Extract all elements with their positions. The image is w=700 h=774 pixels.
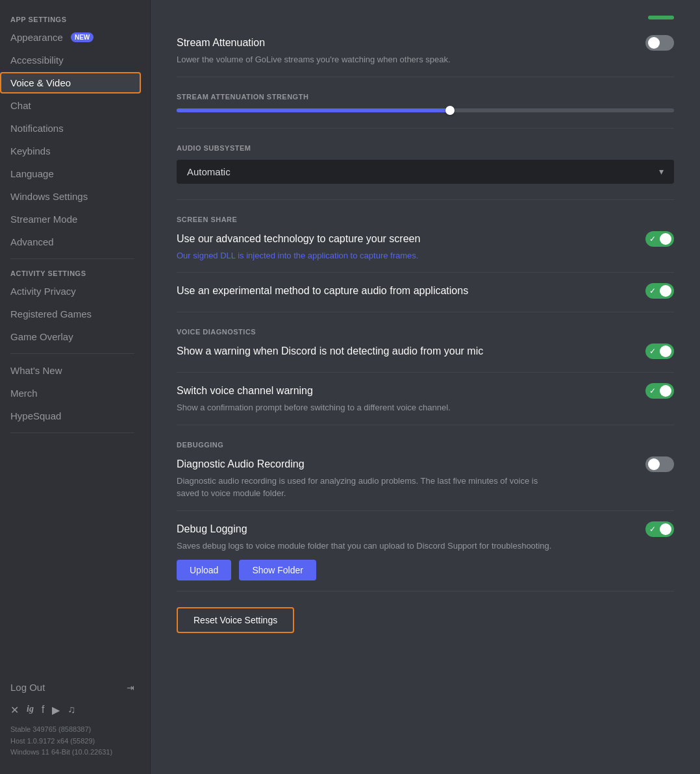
sidebar-item-keybinds[interactable]: Keybinds (0, 140, 141, 162)
stream-attenuation-strength-row: Stream Attenuation Strength (177, 77, 674, 129)
use-experimental-title: Use an experimental method to capture au… (177, 285, 468, 297)
main-content: Stream Attenuation ✕ Lower the volume of… (151, 0, 700, 774)
debug-logging-toggle[interactable]: ✓ (645, 521, 674, 537)
version-line-3: Windows 11 64-Bit (10.0.22631) (10, 747, 134, 758)
show-folder-button[interactable]: Show Folder (239, 560, 316, 580)
status-indicator (648, 16, 674, 19)
debug-logging-row: Debug Logging ✓ Saves debug logs to voic… (177, 511, 674, 592)
stream-attenuation-title: Stream Attenuation (177, 37, 265, 49)
sidebar-item-label: Language (10, 168, 54, 179)
debugging-label: Debugging (177, 441, 674, 449)
attenuation-slider-thumb[interactable] (445, 106, 455, 115)
sidebar-item-notifications[interactable]: Notifications (0, 118, 141, 139)
diagnostic-recording-title: Diagnostic Audio Recording (177, 458, 305, 470)
use-advanced-title: Use our advanced technology to capture y… (177, 233, 420, 245)
attenuation-slider-track (177, 108, 674, 112)
version-info: Stable 349765 (8588387) Host 1.0.9172 x6… (0, 721, 145, 764)
social-icons-row: ✕ ig f ▶ ♫ (0, 699, 145, 721)
sidebar-item-voice-video[interactable]: Voice & Video (0, 72, 141, 94)
toggle-check-icon: ✓ (649, 286, 656, 295)
sidebar-item-accessibility[interactable]: Accessibility (0, 49, 141, 71)
sidebar-item-streamer-mode[interactable]: Streamer Mode (0, 208, 141, 230)
sidebar-item-registered-games[interactable]: Registered Games (0, 303, 141, 325)
version-line-1: Stable 349765 (8588387) (10, 724, 134, 736)
reset-voice-settings-button[interactable]: Reset Voice Settings (177, 607, 294, 633)
sidebar-item-label: Registered Games (10, 308, 92, 319)
sidebar-item-chat[interactable]: Chat (0, 95, 141, 116)
toggle-check-icon: ✓ (649, 525, 656, 534)
instagram-icon[interactable]: ig (27, 704, 34, 716)
sidebar-item-game-overlay[interactable]: Game Overlay (0, 326, 141, 347)
app-settings-label: App Settings (0, 10, 145, 26)
toggle-x-icon: ✕ (651, 38, 656, 47)
sidebar-item-hypesquad[interactable]: HypeSquad (0, 405, 141, 427)
sidebar-item-label: Streamer Mode (10, 214, 77, 225)
sidebar-item-appearance[interactable]: Appearance NEW (0, 27, 141, 48)
toggle-knob (660, 385, 671, 397)
sidebar-item-whats-new[interactable]: What's New (0, 360, 141, 381)
sidebar-item-activity-privacy[interactable]: Activity Privacy (0, 281, 141, 302)
reset-row: Reset Voice Settings (177, 607, 674, 643)
facebook-icon[interactable]: f (42, 704, 44, 716)
toggle-knob (660, 345, 671, 357)
switch-voice-channel-row: Switch voice channel warning ✓ Show a co… (177, 373, 674, 425)
use-advanced-toggle[interactable]: ✓ (645, 231, 674, 247)
audio-subsystem-label: Audio Subsystem (177, 144, 674, 152)
stream-attenuation-toggle[interactable]: ✕ (645, 35, 674, 51)
debugging-section: Debugging Diagnostic Audio Recording ✕ D… (177, 425, 674, 511)
divider-2 (10, 353, 134, 354)
debug-buttons-row: Upload Show Folder (177, 560, 674, 580)
audio-subsystem-select[interactable]: Automatic ▾ (177, 160, 674, 184)
new-badge: NEW (71, 32, 94, 42)
switch-warning-description: Show a confirmation prompt before switch… (177, 401, 553, 414)
logout-button[interactable]: Log Out ⇥ (0, 677, 141, 698)
audio-subsystem-value: Automatic (187, 166, 231, 177)
diagnostic-recording-description: Diagnostic audio recording is used for a… (177, 475, 553, 500)
chevron-down-icon: ▾ (659, 166, 664, 177)
logout-icon: ⇥ (127, 682, 134, 693)
version-line-2: Host 1.0.9172 x64 (55829) (10, 736, 134, 747)
toggle-knob (660, 285, 671, 297)
sidebar-item-advanced[interactable]: Advanced (0, 231, 141, 253)
toggle-x-icon: ✕ (651, 460, 656, 468)
toggle-check-icon: ✓ (649, 347, 656, 356)
show-warning-title: Show a warning when Discord is not detec… (177, 345, 483, 357)
screen-share-section: Screen Share Use our advanced technology… (177, 200, 674, 273)
tiktok-icon[interactable]: ♫ (68, 704, 75, 716)
sidebar-item-label: Appearance (10, 32, 63, 43)
audio-subsystem-row: Audio Subsystem Automatic ▾ (177, 129, 674, 200)
debug-logging-title: Debug Logging (177, 523, 247, 535)
attenuation-slider-fill (177, 108, 450, 112)
sidebar-item-label: Notifications (10, 123, 64, 134)
sidebar-item-label: Game Overlay (10, 331, 73, 342)
sidebar-item-label: Keybinds (10, 145, 51, 156)
use-experimental-row: Use an experimental method to capture au… (177, 273, 674, 312)
sidebar-item-label: Activity Privacy (10, 286, 76, 297)
use-advanced-description: Our signed DLL is injected into the appl… (177, 249, 553, 262)
toggle-check-icon: ✓ (649, 234, 656, 243)
upload-button[interactable]: Upload (177, 560, 231, 580)
sidebar: App Settings Appearance NEW Accessibilit… (0, 0, 151, 774)
stream-attenuation-row: Stream Attenuation ✕ Lower the volume of… (177, 25, 674, 77)
switch-warning-toggle[interactable]: ✓ (645, 383, 674, 399)
sidebar-item-label: Windows Settings (10, 191, 88, 202)
stream-attenuation-strength-label: Stream Attenuation Strength (177, 93, 674, 101)
sidebar-item-merch[interactable]: Merch (0, 382, 141, 404)
attenuation-slider-container (177, 108, 674, 112)
sidebar-item-label: Chat (10, 100, 31, 111)
voice-diagnostics-section: Voice Diagnostics Show a warning when Di… (177, 312, 674, 373)
voice-diagnostics-label: Voice Diagnostics (177, 328, 674, 336)
diagnostic-recording-toggle[interactable]: ✕ (645, 456, 674, 472)
sidebar-item-label: Voice & Video (10, 77, 71, 88)
toggle-knob (660, 523, 671, 535)
youtube-icon[interactable]: ▶ (52, 704, 60, 716)
activity-settings-label: Activity Settings (0, 264, 145, 280)
sidebar-item-language[interactable]: Language (0, 163, 141, 184)
twitter-icon[interactable]: ✕ (10, 704, 19, 716)
sidebar-item-windows-settings[interactable]: Windows Settings (0, 186, 141, 207)
toggle-check-icon: ✓ (649, 386, 656, 395)
sidebar-item-label: Accessibility (10, 55, 64, 66)
show-warning-toggle[interactable]: ✓ (645, 343, 674, 359)
sidebar-item-label: HypeSquad (10, 410, 61, 421)
use-experimental-toggle[interactable]: ✓ (645, 283, 674, 299)
